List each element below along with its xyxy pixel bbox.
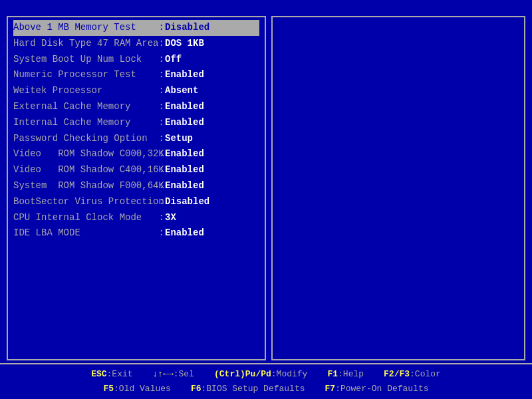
bios-row-1[interactable]: Hard Disk Type 47 RAM Area : DOS 1KB bbox=[13, 36, 259, 52]
row-value-0: Disabled bbox=[165, 20, 209, 36]
bios-row-13[interactable]: IDE LBA MODE : Enabled bbox=[13, 225, 259, 241]
bios-row-11[interactable]: BootSector Virus Protection : Disabled bbox=[13, 194, 259, 210]
footer-item-0-4: F2/F3:Color bbox=[384, 367, 441, 382]
footer-item-1-0: F5:Old Values bbox=[103, 382, 170, 396]
bios-row-10[interactable]: System ROM Shadow F000,64K : Enabled bbox=[13, 178, 259, 194]
bios-row-4[interactable]: Weitek Processor : Absent bbox=[13, 83, 259, 99]
footer-item-0-2: (Ctrl)Pu/Pd:Modify bbox=[214, 367, 307, 382]
row-sep-11: : bbox=[153, 194, 165, 210]
bios-header bbox=[0, 0, 532, 13]
row-sep-4: : bbox=[153, 83, 165, 99]
row-value-9: Enabled bbox=[165, 162, 204, 178]
footer-row1: ESC:Exit↓↑←→:Sel(Ctrl)Pu/Pd:ModifyF1:Hel… bbox=[13, 367, 519, 382]
right-panel bbox=[271, 16, 525, 360]
bios-row-12[interactable]: CPU Internal Clock Mode : 3X bbox=[13, 210, 259, 226]
bios-row-5[interactable]: External Cache Memory : Enabled bbox=[13, 99, 259, 115]
row-sep-1: : bbox=[153, 36, 165, 52]
row-sep-2: : bbox=[153, 52, 165, 68]
bios-screen: Above 1 MB Memory Test : DisabledHard Di… bbox=[0, 0, 532, 399]
row-label-9: Video ROM Shadow C400,16K bbox=[13, 162, 153, 178]
row-label-11: BootSector Virus Protection bbox=[13, 194, 153, 210]
row-value-5: Enabled bbox=[165, 99, 204, 115]
row-value-13: Enabled bbox=[165, 225, 204, 241]
left-panel: Above 1 MB Memory Test : DisabledHard Di… bbox=[7, 16, 266, 360]
row-sep-0: : bbox=[153, 20, 165, 36]
row-value-1: DOS 1KB bbox=[165, 36, 204, 52]
row-label-0: Above 1 MB Memory Test bbox=[13, 20, 153, 36]
row-label-8: Video ROM Shadow C000,32K bbox=[13, 146, 153, 162]
row-sep-13: : bbox=[153, 225, 165, 241]
row-value-4: Absent bbox=[165, 83, 198, 99]
bios-row-8[interactable]: Video ROM Shadow C000,32K : Enabled bbox=[13, 146, 259, 162]
footer-item-1-2: F7:Power-On Defaults bbox=[325, 382, 429, 396]
row-label-4: Weitek Processor bbox=[13, 83, 153, 99]
row-label-13: IDE LBA MODE bbox=[13, 225, 153, 241]
row-sep-8: : bbox=[153, 146, 165, 162]
footer-item-0-0: ESC:Exit bbox=[91, 367, 132, 382]
row-label-2: System Boot Up Num Lock bbox=[13, 52, 153, 68]
row-sep-7: : bbox=[153, 131, 165, 147]
bios-row-0[interactable]: Above 1 MB Memory Test : Disabled bbox=[13, 20, 259, 36]
row-sep-12: : bbox=[153, 210, 165, 226]
row-value-12: 3X bbox=[165, 210, 176, 226]
footer-item-0-1: ↓↑←→:Sel bbox=[153, 367, 194, 382]
row-value-10: Enabled bbox=[165, 178, 204, 194]
bios-row-3[interactable]: Numeric Processor Test : Enabled bbox=[13, 67, 259, 83]
row-sep-6: : bbox=[153, 115, 165, 131]
row-value-2: Off bbox=[165, 52, 182, 68]
row-label-1: Hard Disk Type 47 RAM Area bbox=[13, 36, 153, 52]
row-value-8: Enabled bbox=[165, 146, 204, 162]
bios-row-6[interactable]: Internal Cache Memory : Enabled bbox=[13, 115, 259, 131]
footer-row2: F5:Old ValuesF6:BIOS Setup DefaultsF7:Po… bbox=[13, 382, 519, 396]
row-sep-10: : bbox=[153, 178, 165, 194]
row-label-5: External Cache Memory bbox=[13, 99, 153, 115]
row-label-10: System ROM Shadow F000,64K bbox=[13, 178, 153, 194]
bios-row-9[interactable]: Video ROM Shadow C400,16K : Enabled bbox=[13, 162, 259, 178]
row-label-12: CPU Internal Clock Mode bbox=[13, 210, 153, 226]
footer-item-0-3: F1:Help bbox=[327, 367, 364, 382]
row-value-3: Enabled bbox=[165, 67, 204, 83]
row-value-7: Setup bbox=[165, 131, 193, 147]
main-area: Above 1 MB Memory Test : DisabledHard Di… bbox=[0, 13, 532, 363]
row-label-3: Numeric Processor Test bbox=[13, 67, 153, 83]
row-label-6: Internal Cache Memory bbox=[13, 115, 153, 131]
row-sep-9: : bbox=[153, 162, 165, 178]
footer-item-1-1: F6:BIOS Setup Defaults bbox=[191, 382, 305, 396]
footer: ESC:Exit↓↑←→:Sel(Ctrl)Pu/Pd:ModifyF1:Hel… bbox=[0, 363, 532, 399]
row-value-6: Enabled bbox=[165, 115, 204, 131]
bios-row-2[interactable]: System Boot Up Num Lock : Off bbox=[13, 52, 259, 68]
row-sep-5: : bbox=[153, 99, 165, 115]
row-value-11: Disabled bbox=[165, 194, 209, 210]
row-sep-3: : bbox=[153, 67, 165, 83]
row-label-7: Password Checking Option bbox=[13, 131, 153, 147]
bios-row-7[interactable]: Password Checking Option : Setup bbox=[13, 131, 259, 147]
